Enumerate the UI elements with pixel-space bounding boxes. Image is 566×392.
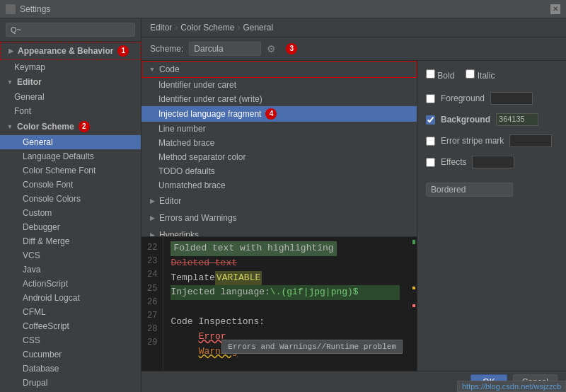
effects-checkbox[interactable] — [426, 158, 435, 167]
tree-item-todo-defaults[interactable]: TODO defaults — [142, 164, 417, 178]
error-stripe-swatch[interactable] — [509, 134, 552, 147]
window-title: Settings — [20, 4, 550, 14]
tree-item-label: Line number — [158, 124, 206, 134]
line-num-29: 29 — [147, 336, 157, 350]
sidebar-item-label: Console Font — [23, 180, 73, 190]
sidebar-item-database[interactable]: Database — [0, 362, 141, 376]
sidebar-item-label: Diff & Merge — [23, 236, 69, 246]
main-container: ▶ Appearance & Behavior 1 Keymap ▼ Edito… — [0, 18, 566, 392]
breadcrumb-color-scheme[interactable]: Color Scheme — [180, 23, 234, 33]
sidebar-item-custom[interactable]: Custom — [0, 206, 141, 220]
breadcrumb-general[interactable]: General — [243, 23, 273, 33]
sidebar-item-keymap[interactable]: Keymap — [0, 60, 141, 74]
tree-item-method-separator[interactable]: Method separator color — [142, 150, 417, 164]
marker-green — [412, 240, 415, 244]
sidebar-item-color-scheme[interactable]: ▼ Color Scheme 2 — [0, 118, 141, 135]
effects-swatch[interactable] — [472, 156, 514, 168]
template-keyword: Template — [171, 271, 214, 286]
tree-item-label: Injected language fragment — [158, 109, 261, 119]
bold-checkbox[interactable] — [426, 69, 435, 79]
sidebar-item-diff-merge[interactable]: Diff & Merge — [0, 234, 141, 248]
sidebar-item-android-logcat[interactable]: Android Logcat — [0, 291, 141, 305]
tree-group-code[interactable]: ▼ Code — [142, 61, 417, 78]
gear-icon[interactable]: ⚙ — [267, 43, 276, 54]
sidebar-item-label: Debugger — [23, 222, 60, 232]
sidebar-item-cucumber[interactable]: Cucumber — [0, 347, 141, 362]
tree-group-label: Editor — [159, 196, 181, 206]
sidebar-item-vcs[interactable]: VCS — [0, 248, 141, 263]
foreground-checkbox[interactable] — [426, 94, 435, 103]
sidebar-item-cfml[interactable]: CFML — [0, 305, 141, 319]
line-num-23: 23 — [147, 255, 157, 268]
tree-item-line-number[interactable]: Line number — [142, 122, 417, 136]
sidebar-item-css[interactable]: CSS — [0, 333, 141, 347]
code-line-23: Deleted text — [171, 256, 400, 271]
search-box — [0, 18, 141, 42]
sidebar-item-label: Appearance & Behavior — [18, 46, 113, 56]
sidebar-item-language-defaults[interactable]: Language Defaults — [0, 149, 141, 163]
tree-item-label: Identifier under caret — [158, 80, 236, 90]
tree-group-label: Errors and Warnings — [159, 213, 237, 223]
sidebar-item-console-font[interactable]: Console Font — [0, 178, 141, 192]
content-area: Editor › Color Scheme › General Scheme: … — [142, 18, 566, 392]
sidebar-item-color-scheme-font[interactable]: Color Scheme Font — [0, 163, 141, 178]
scheme-select[interactable]: Darcula Default High Contrast — [189, 42, 261, 56]
sidebar-item-editor[interactable]: ▼ Editor — [0, 74, 141, 90]
sidebar-item-debugger[interactable]: Debugger — [0, 220, 141, 234]
tree-item-identifier-caret[interactable]: Identifier under caret — [142, 78, 417, 92]
scheme-label: Scheme: — [150, 44, 183, 54]
sidebar-item-coffeescript[interactable]: CoffeeScript — [0, 319, 141, 333]
foreground-swatch[interactable] — [490, 92, 533, 105]
sidebar-item-console-colors[interactable]: Console Colors — [0, 192, 141, 206]
sidebar-item-label: General — [23, 137, 53, 147]
effects-select-row: Bordered Underscored Bold underscored Un… — [426, 183, 558, 197]
tree-item-matched-brace[interactable]: Matched brace — [142, 136, 417, 150]
split-panel: ▼ Code Identifier under caret Identifier… — [142, 61, 566, 371]
sidebar-item-label: CSS — [23, 335, 40, 345]
badge-1: 1 — [117, 45, 129, 57]
close-button[interactable]: ✕ — [550, 4, 560, 14]
expand-icon: ▼ — [6, 78, 14, 86]
background-swatch[interactable]: 364135 — [496, 113, 538, 126]
tooltip-box: Errors and Warnings//Runtime problem — [221, 340, 403, 354]
sidebar-item-general[interactable]: General — [0, 90, 141, 104]
sidebar-item-actionscript[interactable]: ActionScript — [0, 277, 141, 291]
tree-item-label: Identifier under caret (write) — [158, 94, 262, 104]
search-input[interactable] — [6, 23, 135, 37]
tree-group-errors-warnings[interactable]: ▶ Errors and Warnings — [142, 209, 417, 226]
title-bar: Settings ✕ — [0, 0, 566, 18]
sidebar-item-appearance[interactable]: ▶ Appearance & Behavior 1 — [0, 42, 141, 60]
indent-space — [171, 345, 192, 359]
error-stripe-checkbox[interactable] — [426, 137, 435, 146]
sidebar-item-label: Java — [23, 265, 40, 275]
indent-space — [171, 330, 192, 345]
code-line-26 — [171, 300, 400, 315]
injected-prefix: Injected language: — [171, 285, 270, 300]
tree-item-unmatched-brace[interactable]: Unmatched brace — [142, 178, 417, 192]
sidebar-item-label: Color Scheme Font — [23, 166, 96, 175]
tree-item-injected-language[interactable]: Injected language fragment 4 — [142, 106, 417, 122]
sidebar-item-drupal[interactable]: Drupal — [0, 376, 141, 390]
sidebar-item-java[interactable]: Java — [0, 263, 141, 277]
badge-3: 3 — [286, 43, 297, 54]
url-bar: https://blog.csdn.net/wsjzzcb — [457, 381, 566, 392]
deleted-text: Deleted text — [171, 256, 237, 271]
sidebar-item-label: Font — [14, 106, 31, 116]
code-line-27: Code Inspections: — [171, 315, 400, 330]
sidebar-item-color-scheme-general[interactable]: General — [0, 135, 141, 149]
tree-item-label: Matched brace — [158, 138, 214, 148]
tree-group-label: Code — [159, 64, 180, 74]
tree-group-hyperlinks[interactable]: ▶ Hyperlinks — [142, 226, 417, 236]
italic-checkbox[interactable] — [466, 69, 475, 79]
sidebar-item-label: Cucumber — [23, 350, 62, 359]
sidebar-item-font[interactable]: Font — [0, 104, 141, 118]
breadcrumb-sep-1: › — [175, 23, 178, 33]
effects-label: Effects — [441, 157, 466, 167]
tree-group-editor[interactable]: ▶ Editor — [142, 192, 417, 209]
background-checkbox[interactable] — [426, 115, 435, 125]
effects-type-select[interactable]: Bordered Underscored Bold underscored Un… — [426, 183, 513, 197]
sidebar-item-label: Editor — [17, 77, 42, 87]
tree-item-identifier-caret-write[interactable]: Identifier under caret (write) — [142, 92, 417, 106]
sidebar-item-label: VCS — [23, 250, 40, 260]
breadcrumb-editor[interactable]: Editor — [150, 23, 172, 33]
